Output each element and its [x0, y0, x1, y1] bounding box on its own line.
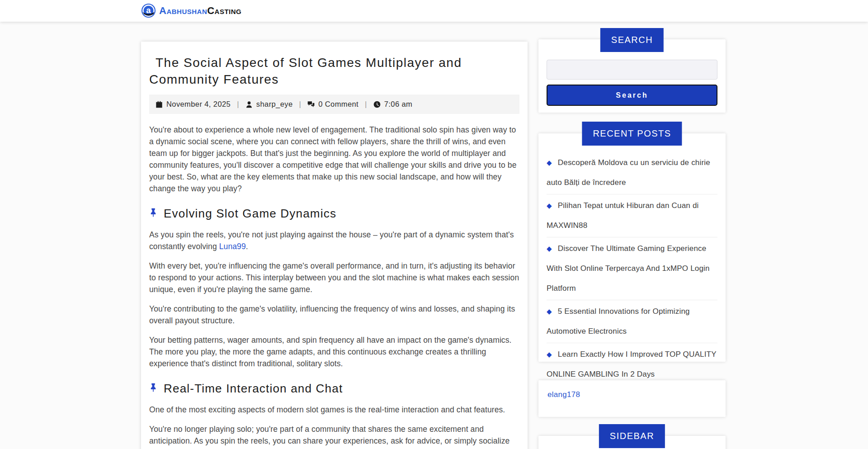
recent-post-text: Descoperă Moldova cu un serviciu de chir… [547, 158, 710, 187]
article-card: The Social Aspect of Slot Games Multipla… [141, 42, 528, 449]
comments-icon [307, 101, 315, 108]
diamond-bullet-icon: ◆ [547, 245, 552, 252]
pushpin-icon [149, 381, 157, 396]
svg-text:a: a [146, 5, 151, 15]
search-button[interactable]: Search [547, 85, 717, 106]
post-author-text: sharp_eye [256, 100, 293, 109]
recent-post-item: ◆5 Essential Innovations for Optimizing … [547, 300, 717, 343]
post-date[interactable]: November 4, 2025 [156, 100, 231, 109]
recent-post-link[interactable]: ◆Pilihan Tepat untuk Hiburan dan Cuan di… [547, 194, 717, 237]
sidebar-section-heading: SIDEBAR [599, 424, 665, 448]
recent-post-text: Discover The Ultimate Gaming Experience … [547, 244, 710, 293]
article-paragraph: Your betting patterns, wager amounts, an… [149, 334, 519, 369]
article-paragraph: As you spin the reels, you're not just p… [149, 229, 519, 252]
article-paragraph: You're no longer playing solo; you're pa… [149, 423, 519, 449]
recent-post-link[interactable]: ◆5 Essential Innovations for Optimizing … [547, 300, 717, 343]
recent-post-link[interactable]: ◆Learn Exactly How I Improved TOP QUALIT… [547, 343, 717, 386]
section-heading: Real-Time Interaction and Chat [149, 381, 519, 396]
meta-separator: | [365, 100, 367, 109]
recent-post-item: ◆Descoperă Moldova cu un serviciu de chi… [547, 151, 717, 194]
recent-posts-list: ◆Descoperă Moldova cu un serviciu de chi… [547, 151, 717, 386]
post-meta-bar: November 4, 2025 | sharp_eye | 0 Comment… [149, 95, 519, 114]
meta-separator: | [237, 100, 239, 109]
page: a AabhushanCasting The Social Aspect of … [0, 0, 868, 449]
diamond-bullet-icon: ◆ [547, 307, 552, 315]
diamond-bullet-icon: ◆ [547, 202, 552, 209]
site-logo[interactable]: a AabhushanCasting [141, 3, 241, 18]
post-title-text: The Social Aspect of Slot Games Multipla… [149, 56, 462, 86]
recent-post-text: 5 Essential Innovations for Optimizing A… [547, 307, 690, 336]
post-comments-text: 0 Comment [318, 100, 359, 109]
diamond-bullet-icon: ◆ [547, 350, 552, 358]
meta-separator: | [299, 100, 302, 109]
post-comments[interactable]: 0 Comment [307, 100, 359, 109]
post-title: The Social Aspect of Slot Games Multipla… [149, 54, 519, 88]
article-paragraph: One of the most exciting aspects of mode… [149, 404, 519, 416]
recent-post-link[interactable]: ◆Discover The Ultimate Gaming Experience… [547, 237, 717, 300]
calendar-icon [156, 101, 163, 108]
brand-name-first: Aabhushan [159, 5, 207, 16]
post-time[interactable]: 7:06 am [373, 100, 412, 109]
search-input[interactable] [547, 60, 717, 80]
recent-post-item: ◆Pilihan Tepat untuk Hiburan dan Cuan di… [547, 194, 717, 237]
logo-circle-icon: a [141, 3, 156, 18]
section-heading: Evolving Slot Game Dynamics [149, 206, 519, 221]
promo-card: elang178 [538, 380, 726, 417]
author-icon [245, 101, 253, 108]
promo-link[interactable]: elang178 [547, 390, 580, 399]
recent-post-link[interactable]: ◆Descoperă Moldova cu un serviciu de chi… [547, 151, 717, 194]
recent-post-item: ◆Discover The Ultimate Gaming Experience… [547, 237, 717, 300]
recent-post-text: Learn Exactly How I Improved TOP QUALITY… [547, 350, 716, 378]
pushpin-icon [149, 206, 157, 221]
clock-icon [373, 101, 381, 108]
diamond-bullet-icon: ◆ [547, 159, 552, 166]
site-header: a AabhushanCasting [0, 0, 868, 22]
article-body: You're about to experience a whole new l… [149, 124, 519, 449]
article-paragraph: You're contributing to the game's volati… [149, 303, 519, 326]
post-author[interactable]: sharp_eye [245, 100, 293, 109]
recent-posts-heading: RECENT POSTS [582, 122, 682, 146]
article-paragraph: With every bet, you're influencing the g… [149, 260, 519, 295]
inline-link[interactable]: Luna99 [219, 242, 246, 251]
brand-name-second: Casting [207, 5, 241, 16]
search-widget-heading: SEARCH [600, 28, 664, 52]
recent-post-text: Pilihan Tepat untuk Hiburan dan Cuan di … [547, 201, 699, 230]
post-date-text: November 4, 2025 [166, 100, 231, 109]
recent-posts-card: ◆Descoperă Moldova cu un serviciu de chi… [538, 133, 726, 362]
article-paragraph: You're about to experience a whole new l… [149, 124, 519, 194]
recent-post-item: ◆Learn Exactly How I Improved TOP QUALIT… [547, 343, 717, 386]
logo-text: AabhushanCasting [159, 5, 241, 17]
post-time-text: 7:06 am [384, 100, 412, 109]
